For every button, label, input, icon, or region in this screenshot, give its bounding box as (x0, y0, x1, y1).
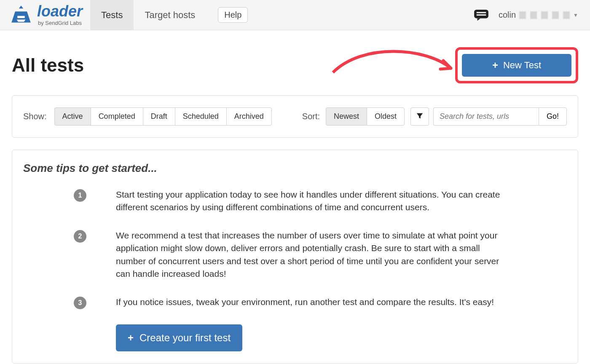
annotation-arrow (329, 39, 464, 89)
chat-icon[interactable] (473, 9, 489, 21)
user-name-obscured (519, 11, 570, 19)
tip-row: 1 Start testing your application today t… (23, 188, 567, 214)
tip-badge: 1 (74, 189, 86, 202)
plus-icon: + (128, 333, 134, 343)
user-menu[interactable]: colin ▼ (499, 10, 578, 20)
page-title: All tests (12, 55, 84, 76)
show-filter-archived[interactable]: Archived (226, 107, 272, 126)
sort-group: Newest Oldest (326, 107, 405, 126)
brand-icon (9, 5, 33, 26)
show-filter-active[interactable]: Active (54, 107, 91, 126)
tip-text: We recommend a test that increases the n… (116, 229, 508, 281)
tips-panel: Some tips to get started... 1 Start test… (12, 150, 578, 364)
plus-icon: + (492, 60, 498, 70)
sort-newest[interactable]: Newest (326, 107, 367, 126)
show-label: Show: (23, 112, 47, 121)
create-first-test-label: Create your first test (139, 332, 231, 344)
svg-rect-0 (17, 16, 25, 18)
svg-rect-2 (477, 12, 486, 13)
show-filter-draft[interactable]: Draft (143, 107, 175, 126)
filter-panel: Show: Active Completed Draft Scheduled A… (12, 95, 578, 138)
brand-byline: by SendGrid Labs (38, 20, 83, 26)
svg-rect-3 (477, 14, 486, 16)
create-first-test-button[interactable]: + Create your first test (116, 324, 242, 351)
nav-item-tests[interactable]: Tests (90, 0, 134, 30)
tip-badge: 3 (74, 297, 86, 309)
new-test-button[interactable]: + New Test (462, 54, 571, 77)
top-nav: loader by SendGrid Labs Tests Target hos… (0, 0, 590, 30)
page-header: All tests + New Test (0, 30, 590, 95)
search-input[interactable] (433, 107, 539, 126)
nav-right: colin ▼ (473, 9, 590, 21)
show-filter-scheduled[interactable]: Scheduled (175, 107, 227, 126)
nav-item-target-hosts[interactable]: Target hosts (134, 0, 206, 30)
tip-badge: 2 (74, 230, 86, 243)
help-button[interactable]: Help (218, 7, 248, 23)
funnel-icon (416, 112, 424, 121)
nav-items: Tests Target hosts Help (90, 0, 248, 30)
new-test-highlight: + New Test (455, 47, 578, 83)
tip-row: 2 We recommend a test that increases the… (23, 229, 567, 281)
user-name-prefix: colin (499, 10, 516, 20)
svg-rect-1 (474, 9, 488, 18)
sort-oldest[interactable]: Oldest (367, 107, 405, 126)
tips-title: Some tips to get started... (23, 162, 567, 175)
filter-icon-button[interactable] (410, 107, 429, 126)
sort-label: Sort: (302, 112, 320, 121)
new-test-label: New Test (503, 60, 541, 71)
brand-logo[interactable]: loader by SendGrid Labs (0, 0, 90, 30)
show-filter-completed[interactable]: Completed (91, 107, 143, 126)
search-go-button[interactable]: Go! (539, 107, 567, 126)
brand-name: loader (37, 4, 83, 19)
tip-text: Start testing your application today to … (116, 188, 508, 214)
tip-row: 3 If you notice issues, tweak your envir… (23, 296, 567, 309)
show-filter-group: Active Completed Draft Scheduled Archive… (54, 107, 272, 126)
tip-text: If you notice issues, tweak your environ… (116, 296, 494, 308)
caret-down-icon: ▼ (573, 12, 578, 18)
